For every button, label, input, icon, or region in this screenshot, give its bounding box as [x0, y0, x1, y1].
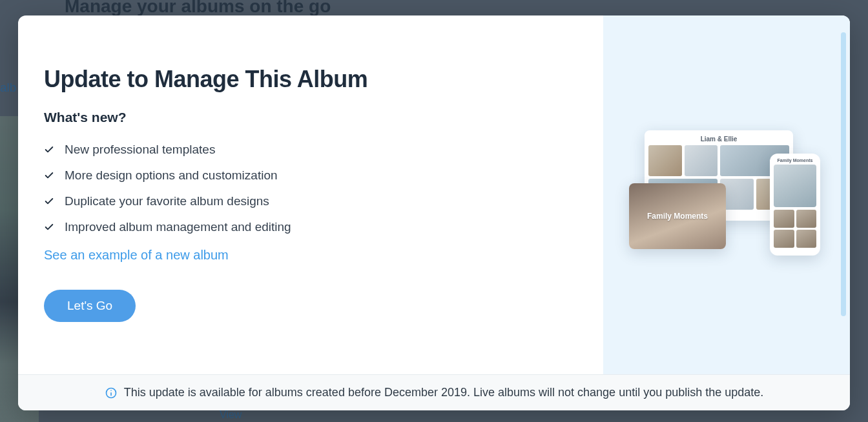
feature-text: More design options and customization	[65, 168, 278, 183]
check-icon	[44, 170, 56, 181]
feature-item: More design options and customization	[44, 163, 577, 188]
preview-cover-title: Family Moments	[647, 212, 708, 221]
preview-phone-title: Family Moments	[774, 157, 816, 165]
preview-cover-card: Family Moments	[629, 183, 726, 249]
modal-content: Update to Manage This Album What's new? …	[18, 15, 603, 374]
preview-thumb	[796, 210, 817, 228]
preview-phone-hero	[774, 165, 816, 207]
modal-title: Update to Manage This Album	[44, 66, 577, 93]
modal-illustration-pane: Liam & Ellie Family Moments	[603, 15, 850, 374]
preview-thumb	[685, 145, 718, 176]
feature-item: Duplicate your favorite album designs	[44, 188, 577, 214]
preview-thumb	[796, 230, 817, 248]
album-preview-stack: Liam & Ellie Family Moments	[629, 130, 820, 272]
preview-thumb	[774, 210, 794, 228]
preview-phone-card: Family Moments	[770, 154, 820, 256]
feature-text: New professional templates	[65, 143, 215, 157]
lets-go-button[interactable]: Let's Go	[44, 290, 136, 322]
feature-item: Improved album management and editing	[44, 214, 577, 240]
example-link[interactable]: See an example of a new album	[44, 248, 229, 263]
info-banner: This update is available for albums crea…	[18, 374, 850, 410]
check-icon	[44, 196, 56, 206]
check-icon	[44, 222, 56, 232]
scrollbar[interactable]	[841, 32, 846, 316]
feature-item: New professional templates	[44, 137, 577, 163]
info-banner-text: This update is available for albums crea…	[124, 386, 764, 399]
preview-thumb	[648, 145, 682, 176]
preview-gallery-title: Liam & Ellie	[648, 134, 789, 145]
feature-text: Duplicate your favorite album designs	[65, 194, 269, 208]
update-album-modal: Update to Manage This Album What's new? …	[18, 15, 850, 410]
feature-text: Improved album management and editing	[65, 220, 291, 234]
check-icon	[44, 145, 56, 155]
svg-point-4	[110, 390, 112, 391]
preview-thumb	[774, 230, 794, 248]
feature-list: New professional templates More design o…	[44, 137, 577, 240]
modal-subtitle: What's new?	[44, 110, 577, 125]
info-icon	[105, 387, 118, 399]
